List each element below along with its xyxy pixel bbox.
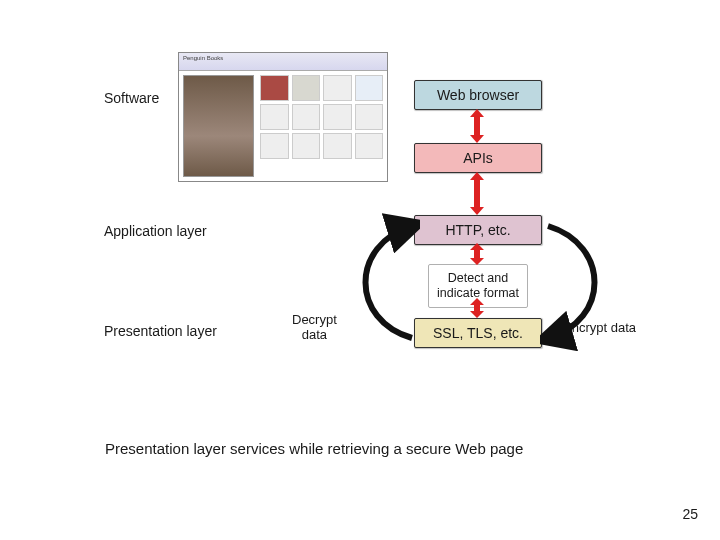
browser-title-bar: Penguin Books (179, 53, 387, 71)
box-http: HTTP, etc. (414, 215, 542, 245)
red-arrow-apis-http (470, 172, 484, 215)
figure-caption: Presentation layer services while retrie… (105, 440, 523, 457)
page-number: 25 (682, 506, 698, 522)
box-web-browser: Web browser (414, 80, 542, 110)
svg-marker-1 (470, 172, 484, 215)
browser-screenshot: Penguin Books (178, 52, 388, 182)
svg-marker-3 (470, 298, 484, 318)
thumb-tile (260, 75, 288, 101)
svg-marker-0 (470, 109, 484, 143)
box-apis: APIs (414, 143, 542, 173)
red-arrow-detect-ssl (470, 298, 484, 318)
label-encrypt: Encrypt data (563, 320, 636, 335)
thumb-poster (183, 75, 254, 177)
thumb-tile (355, 104, 384, 130)
red-arrow-http-detect (470, 243, 484, 265)
thumb-tile (292, 133, 321, 159)
label-decrypt: Decrypt data (292, 312, 337, 342)
thumb-tile (323, 104, 351, 130)
thumb-tile (323, 133, 351, 159)
thumb-tile (260, 104, 288, 130)
layer-label-presentation: Presentation layer (104, 323, 217, 339)
layer-label-application: Application layer (104, 223, 207, 239)
thumb-tile (292, 104, 321, 130)
svg-marker-2 (470, 243, 484, 265)
red-arrow-browser-apis (470, 109, 484, 143)
thumb-tile (292, 75, 321, 101)
thumb-tile (355, 75, 384, 101)
thumb-tile (260, 133, 288, 159)
box-ssl: SSL, TLS, etc. (414, 318, 542, 348)
layer-label-software: Software (104, 90, 159, 106)
curve-encrypt (540, 210, 620, 370)
thumb-tile (323, 75, 351, 101)
curve-decrypt (340, 210, 420, 370)
thumb-tile (355, 133, 384, 159)
